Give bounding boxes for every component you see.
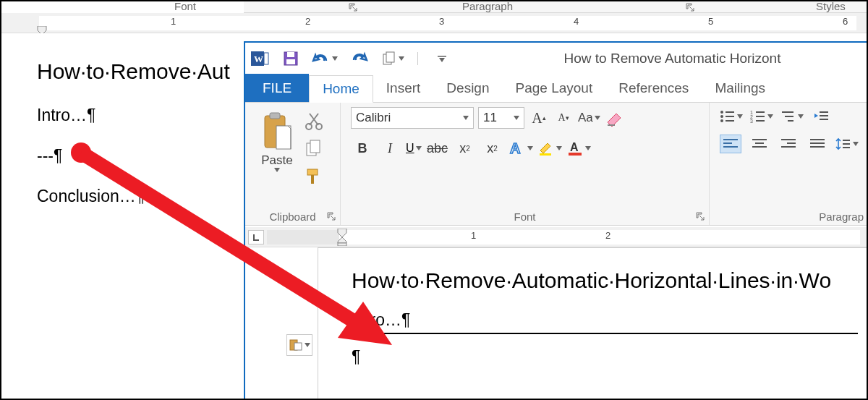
- svg-rect-19: [311, 175, 314, 184]
- shrink-font-button[interactable]: A▾: [553, 108, 574, 128]
- ruler-number: 2: [605, 230, 610, 241]
- bg-doc-line1: Intro…¶: [37, 106, 95, 125]
- svg-rect-43: [723, 139, 738, 140]
- decrease-indent-button[interactable]: [811, 107, 833, 126]
- copy-icon[interactable]: [305, 139, 323, 158]
- numbering-button[interactable]: 123: [750, 110, 773, 123]
- paste-button[interactable]: Paste: [251, 107, 303, 172]
- svg-rect-62: [294, 343, 302, 350]
- svg-rect-27: [726, 116, 734, 117]
- tab-insert[interactable]: Insert: [373, 75, 434, 102]
- tab-references[interactable]: References: [605, 75, 702, 102]
- highlight-button[interactable]: [537, 140, 562, 156]
- bg-group-font-label: Font: [174, 0, 196, 12]
- tab-home[interactable]: Home: [309, 75, 373, 103]
- svg-rect-17: [310, 140, 320, 153]
- dialog-launcher-icon[interactable]: [686, 3, 694, 12]
- font-name-value: Calibri: [356, 111, 391, 125]
- svg-point-14: [306, 124, 312, 129]
- align-right-button[interactable]: [778, 135, 799, 153]
- clear-formatting-icon[interactable]: [605, 109, 624, 127]
- text-effects-button[interactable]: A: [509, 140, 533, 156]
- cut-icon[interactable]: [305, 111, 323, 130]
- dropdown-arrow-icon[interactable]: [399, 56, 404, 61]
- align-left-icon: [723, 138, 738, 150]
- dialog-launcher-icon[interactable]: [696, 212, 705, 221]
- qat-customize-button[interactable]: [438, 56, 446, 62]
- multilevel-list-button[interactable]: [780, 110, 804, 123]
- svg-rect-33: [756, 116, 765, 117]
- line-spacing-button[interactable]: [835, 137, 859, 150]
- italic-button[interactable]: I: [378, 137, 401, 159]
- bold-button[interactable]: B: [351, 137, 374, 159]
- svg-rect-18: [307, 169, 318, 175]
- align-center-button[interactable]: [749, 135, 770, 153]
- group-font-label: Font: [514, 210, 535, 223]
- dropdown-arrow-icon: [514, 116, 519, 120]
- font-name-combo[interactable]: Calibri: [351, 107, 474, 129]
- ruler-number: 5: [708, 16, 713, 27]
- align-left-button[interactable]: [720, 135, 741, 153]
- group-font: Calibri 11 A▴ A▾ Aa B: [341, 103, 710, 225]
- bullets-icon: [720, 110, 736, 123]
- dropdown-arrow-icon: [305, 343, 310, 347]
- font-size-combo[interactable]: 11: [478, 107, 524, 129]
- fg-doc-line2: ¶: [352, 347, 868, 367]
- tab-mailings[interactable]: Mailings: [702, 75, 778, 102]
- align-right-icon: [781, 138, 796, 150]
- format-painter-icon[interactable]: [305, 166, 323, 185]
- font-color-button[interactable]: A: [566, 140, 591, 156]
- superscript-button[interactable]: x2: [481, 137, 504, 159]
- align-center-icon: [752, 138, 767, 150]
- bg-ruler[interactable]: 1 2 3 4 5 6: [1, 13, 868, 33]
- svg-rect-47: [755, 142, 764, 144]
- ruler-number: 3: [439, 16, 444, 27]
- svg-rect-49: [781, 139, 796, 140]
- undo-split-button[interactable]: [312, 51, 338, 67]
- tab-file[interactable]: FILE: [245, 74, 309, 102]
- svg-text:A: A: [510, 140, 520, 156]
- window-title: How to Remove Automatic Horizont: [446, 51, 868, 67]
- ruler-number: 6: [843, 16, 848, 27]
- bg-doc-line3: Conclusion…¶: [37, 187, 145, 206]
- svg-rect-56: [843, 143, 850, 145]
- grow-font-button[interactable]: A▴: [529, 108, 549, 128]
- strikethrough-button[interactable]: abc: [426, 137, 449, 159]
- ruler-number: 4: [574, 16, 579, 27]
- subscript-button[interactable]: x2: [454, 137, 477, 159]
- svg-rect-37: [785, 116, 793, 117]
- bullets-button[interactable]: [720, 110, 743, 123]
- font-size-value: 11: [483, 111, 497, 125]
- svg-text:3: 3: [750, 119, 753, 123]
- svg-rect-41: [820, 119, 828, 120]
- change-case-button[interactable]: Aa: [578, 111, 600, 125]
- ribbon-tabs: FILE Home Insert Design Page Layout Refe…: [245, 75, 868, 103]
- redo-icon[interactable]: [351, 51, 368, 67]
- group-clipboard: Paste Clipboard: [245, 103, 341, 225]
- paste-options-button[interactable]: [286, 334, 312, 356]
- group-paragraph-label: Paragrap: [819, 210, 864, 223]
- underline-button[interactable]: U: [406, 142, 422, 155]
- svg-rect-29: [726, 120, 734, 122]
- undo-icon[interactable]: [312, 51, 331, 67]
- font-color-icon: A: [566, 140, 584, 156]
- tab-design[interactable]: Design: [433, 75, 502, 102]
- align-justify-button[interactable]: [807, 135, 828, 153]
- indent-marker-icon[interactable]: [335, 229, 349, 246]
- dialog-launcher-icon[interactable]: [327, 212, 336, 221]
- fg-document-area[interactable]: How·to·Remove·Automatic·Horizontal·Lines…: [318, 247, 868, 400]
- tab-selector-button[interactable]: [248, 230, 264, 244]
- dialog-launcher-icon[interactable]: [349, 3, 357, 12]
- dropdown-arrow-icon[interactable]: [332, 56, 338, 61]
- tab-page-layout[interactable]: Page Layout: [503, 75, 606, 102]
- dropdown-arrow-icon[interactable]: [274, 168, 280, 172]
- svg-rect-52: [810, 139, 825, 140]
- qat-separator: [417, 52, 425, 65]
- documents-icon[interactable]: [381, 51, 397, 67]
- svg-rect-60: [338, 243, 346, 246]
- save-icon[interactable]: [283, 51, 299, 67]
- fg-ruler[interactable]: 1 2: [245, 227, 868, 247]
- qat-extra-button[interactable]: [381, 51, 404, 67]
- svg-text:A: A: [570, 141, 579, 153]
- svg-rect-40: [820, 115, 828, 116]
